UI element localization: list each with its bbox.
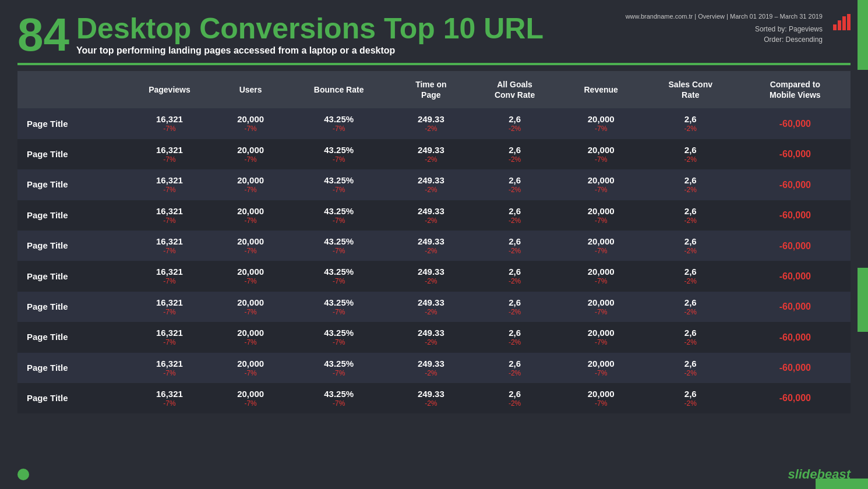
cell-users: 20,000-7%	[217, 169, 284, 200]
cell-users: 20,000-7%	[217, 383, 284, 413]
cell-pageviews: 16,321-7%	[122, 292, 217, 322]
cell-users: 20,000-7%	[217, 108, 284, 139]
col-header-bounce-rate: Bounce Rate	[284, 71, 393, 108]
cell-bounce-rate: 43.25%-7%	[284, 261, 393, 291]
cell-goals-conv-rate: 2,6-2%	[469, 200, 561, 231]
cell-goals-conv-rate: 2,6-2%	[469, 231, 561, 261]
cell-bounce-rate: 43.25%-7%	[284, 169, 393, 200]
cell-compared-mobile: -60,000	[740, 261, 851, 291]
cell-goals-conv-rate: 2,6-2%	[469, 353, 561, 383]
table-row: Page Title16,321-7%20,000-7%43.25%-7%249…	[17, 383, 851, 413]
cell-sales-conv-rate: 2,6-2%	[641, 292, 740, 322]
data-table: Pageviews Users Bounce Rate Time onPage …	[17, 71, 851, 413]
cell-bounce-rate: 43.25%-7%	[284, 383, 393, 413]
cell-pageviews: 16,321-7%	[122, 169, 217, 200]
cell-revenue: 20,000-7%	[560, 108, 641, 139]
col-header-page	[17, 71, 122, 108]
cell-compared-mobile: -60,000	[740, 353, 851, 383]
cell-goals-conv-rate: 2,6-2%	[469, 322, 561, 352]
cell-time-on-page: 249.33-2%	[393, 231, 469, 261]
header: 84 Desktop Conversions Top 10 URL Your t…	[0, 0, 868, 71]
cell-compared-mobile: -60,000	[740, 231, 851, 261]
cell-page-title: Page Title	[17, 231, 122, 261]
cell-time-on-page: 249.33-2%	[393, 139, 469, 169]
table-row: Page Title16,321-7%20,000-7%43.25%-7%249…	[17, 231, 851, 261]
sort-info: Sorted by: Pageviews Order: Descending	[626, 24, 823, 45]
svg-rect-2	[842, 16, 846, 30]
cell-users: 20,000-7%	[217, 353, 284, 383]
col-header-time-on-page: Time onPage	[393, 71, 469, 108]
cell-goals-conv-rate: 2,6-2%	[469, 383, 561, 413]
cell-pageviews: 16,321-7%	[122, 231, 217, 261]
cell-page-title: Page Title	[17, 292, 122, 322]
subtitle: Your top performing landing pages access…	[76, 45, 544, 56]
cell-sales-conv-rate: 2,6-2%	[641, 353, 740, 383]
cell-goals-conv-rate: 2,6-2%	[469, 261, 561, 291]
cell-revenue: 20,000-7%	[560, 261, 641, 291]
cell-sales-conv-rate: 2,6-2%	[641, 169, 740, 200]
cell-page-title: Page Title	[17, 322, 122, 352]
cell-page-title: Page Title	[17, 169, 122, 200]
cell-compared-mobile: -60,000	[740, 139, 851, 169]
col-header-compared-mobile: Compared toMobile Views	[740, 71, 851, 108]
cell-sales-conv-rate: 2,6-2%	[641, 200, 740, 231]
cell-goals-conv-rate: 2,6-2%	[469, 169, 561, 200]
cell-page-title: Page Title	[17, 261, 122, 291]
cell-bounce-rate: 43.25%-7%	[284, 292, 393, 322]
table-row: Page Title16,321-7%20,000-7%43.25%-7%249…	[17, 322, 851, 352]
cell-page-title: Page Title	[17, 139, 122, 169]
table-row: Page Title16,321-7%20,000-7%43.25%-7%249…	[17, 139, 851, 169]
main-container: 84 Desktop Conversions Top 10 URL Your t…	[0, 0, 868, 489]
cell-compared-mobile: -60,000	[740, 200, 851, 231]
table-header-row: Pageviews Users Bounce Rate Time onPage …	[17, 71, 851, 108]
cell-time-on-page: 249.33-2%	[393, 322, 469, 352]
cell-pageviews: 16,321-7%	[122, 322, 217, 352]
cell-bounce-rate: 43.25%-7%	[284, 231, 393, 261]
footer-dot	[17, 469, 29, 480]
chart-icon	[832, 13, 851, 36]
table-row: Page Title16,321-7%20,000-7%43.25%-7%249…	[17, 292, 851, 322]
cell-revenue: 20,000-7%	[560, 292, 641, 322]
col-header-users: Users	[217, 71, 284, 108]
cell-time-on-page: 249.33-2%	[393, 261, 469, 291]
cell-page-title: Page Title	[17, 353, 122, 383]
table-row: Page Title16,321-7%20,000-7%43.25%-7%249…	[17, 200, 851, 231]
cell-time-on-page: 249.33-2%	[393, 108, 469, 139]
cell-sales-conv-rate: 2,6-2%	[641, 108, 740, 139]
cell-revenue: 20,000-7%	[560, 200, 641, 231]
cell-users: 20,000-7%	[217, 322, 284, 352]
cell-revenue: 20,000-7%	[560, 383, 641, 413]
footer: slidebeast	[17, 467, 851, 482]
cell-users: 20,000-7%	[217, 261, 284, 291]
table-row: Page Title16,321-7%20,000-7%43.25%-7%249…	[17, 353, 851, 383]
cell-goals-conv-rate: 2,6-2%	[469, 108, 561, 139]
table-row: Page Title16,321-7%20,000-7%43.25%-7%249…	[17, 169, 851, 200]
cell-revenue: 20,000-7%	[560, 231, 641, 261]
website-info: www.brandname.com.tr | Overview | March …	[626, 12, 823, 22]
cell-pageviews: 16,321-7%	[122, 383, 217, 413]
cell-page-title: Page Title	[17, 200, 122, 231]
main-title: Desktop Conversions Top 10 URL	[76, 14, 544, 43]
cell-sales-conv-rate: 2,6-2%	[641, 383, 740, 413]
cell-revenue: 20,000-7%	[560, 322, 641, 352]
cell-bounce-rate: 43.25%-7%	[284, 322, 393, 352]
cell-bounce-rate: 43.25%-7%	[284, 139, 393, 169]
cell-compared-mobile: -60,000	[740, 383, 851, 413]
cell-compared-mobile: -60,000	[740, 322, 851, 352]
cell-goals-conv-rate: 2,6-2%	[469, 292, 561, 322]
cell-compared-mobile: -60,000	[740, 108, 851, 139]
cell-revenue: 20,000-7%	[560, 139, 641, 169]
col-header-pageviews: Pageviews	[122, 71, 217, 108]
svg-rect-1	[838, 20, 841, 30]
cell-users: 20,000-7%	[217, 139, 284, 169]
cell-time-on-page: 249.33-2%	[393, 169, 469, 200]
header-meta: www.brandname.com.tr | Overview | March …	[626, 12, 823, 45]
col-header-revenue: Revenue	[560, 71, 641, 108]
svg-rect-0	[833, 24, 837, 30]
cell-pageviews: 16,321-7%	[122, 353, 217, 383]
cell-compared-mobile: -60,000	[740, 169, 851, 200]
green-accent-mid	[858, 268, 868, 332]
big-number: 84	[17, 12, 69, 58]
green-divider	[17, 63, 851, 65]
table-row: Page Title16,321-7%20,000-7%43.25%-7%249…	[17, 108, 851, 139]
